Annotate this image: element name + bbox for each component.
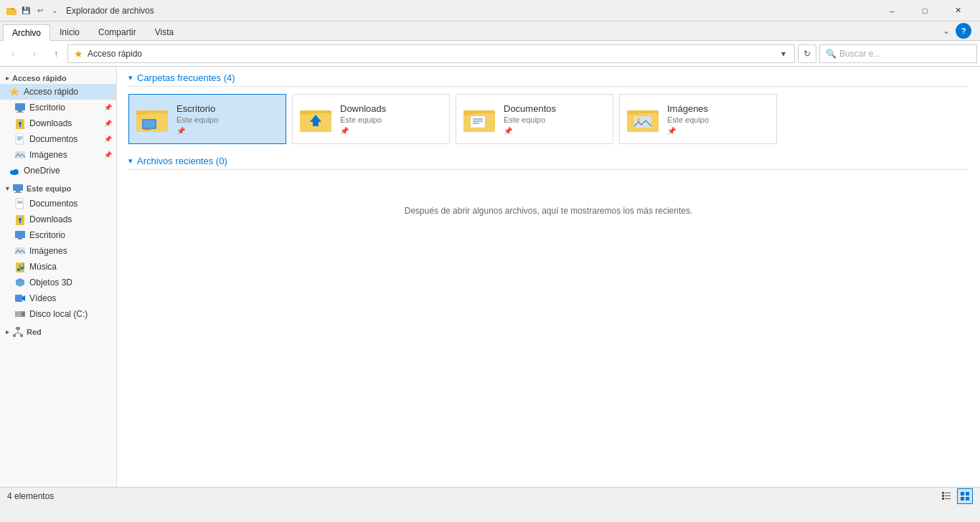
frecuent-collapse-icon[interactable]: ▾ (128, 73, 133, 82)
sidebar-quickaccess-text: Acceso rápido (24, 87, 78, 97)
cloud-icon (9, 165, 20, 176)
folder-downloads-icon (298, 102, 333, 136)
help-button[interactable]: ? (956, 23, 971, 39)
svg-rect-29 (15, 247, 25, 255)
svg-rect-41 (15, 311, 22, 317)
svg-marker-39 (22, 295, 25, 301)
svg-rect-1 (11, 9, 17, 15)
sidebar-item-documentos-pc[interactable]: Documentos (0, 196, 116, 212)
status-bar: 4 elementos (0, 487, 980, 504)
undo-icon[interactable]: ↩ (34, 5, 46, 16)
folder-grid: Escritorio Este equipo 📌 Downloads (128, 94, 969, 144)
folder-downloads-location: Este equipo (340, 115, 443, 124)
sidebar-thispc-label: Este equipo (27, 184, 71, 193)
svg-point-32 (17, 268, 20, 271)
customize-icon[interactable]: ⌄ (49, 5, 60, 16)
svg-line-47 (14, 333, 18, 334)
videos-icon (14, 293, 26, 304)
sidebar-item-escritorio[interactable]: Escritorio 📌 (0, 100, 116, 115)
svg-rect-4 (15, 103, 25, 110)
forward-button[interactable]: › (24, 44, 44, 64)
disk-icon (14, 308, 26, 320)
minimize-button[interactable]: – (875, 0, 908, 22)
svg-rect-77 (945, 498, 951, 499)
sidebar-disco-pc-label: Disco local (C:) (29, 309, 88, 319)
sidebar-onedrive-label: OneDrive (24, 166, 60, 176)
sidebar-item-onedrive[interactable]: OneDrive (0, 163, 116, 179)
save-icon[interactable]: 💾 (20, 5, 32, 16)
svg-rect-38 (15, 295, 22, 302)
view-large-button[interactable] (957, 488, 973, 504)
svg-rect-22 (16, 199, 23, 209)
svg-rect-20 (16, 191, 20, 192)
sidebar-item-imagenes-pc[interactable]: Imágenes (0, 243, 116, 259)
svg-rect-5 (18, 110, 22, 112)
recent-collapse-icon[interactable]: ▾ (128, 156, 133, 166)
sidebar-item-downloads-pc[interactable]: Downloads (0, 212, 116, 227)
svg-rect-81 (966, 497, 969, 500)
tab-compartir[interactable]: Compartir (89, 24, 146, 40)
svg-point-18 (14, 169, 19, 174)
music-icon (14, 261, 26, 272)
sidebar-thispc-header[interactable]: ▾ Este equipo (0, 179, 116, 196)
maximize-button[interactable]: □ (908, 0, 941, 22)
recent-empty-message: Después de abrir algunos archivos, aquí … (128, 177, 969, 245)
svg-rect-28 (18, 238, 22, 239)
documents-pc-icon (14, 198, 26, 209)
app-icon (6, 5, 17, 16)
sidebar-documentos-quick-label: Documentos (29, 134, 77, 144)
svg-rect-80 (961, 497, 964, 500)
folder-imagenes-location: Este equipo (667, 115, 771, 124)
recent-section-header: ▾ Archivos recientes (0) (128, 156, 969, 170)
svg-rect-75 (945, 495, 951, 496)
svg-rect-27 (15, 231, 25, 238)
address-bar[interactable]: ★ Acceso rápido ▾ (67, 44, 795, 63)
folder-card-documentos[interactable]: Documentos Este equipo 📌 (456, 94, 613, 144)
tab-archivo[interactable]: Archivo (3, 24, 50, 41)
folder-card-downloads[interactable]: Downloads Este equipo 📌 (292, 94, 450, 144)
thispc-arrow-icon: ▾ (6, 185, 9, 192)
address-dropdown-icon[interactable]: ▾ (778, 49, 788, 59)
status-bar-right (938, 488, 973, 504)
view-details-button[interactable] (938, 488, 954, 504)
search-bar[interactable]: 🔍 Buscar e... (819, 44, 977, 63)
sidebar-item-escritorio-pc[interactable]: Escritorio (0, 227, 116, 243)
back-button[interactable]: ‹ (3, 44, 23, 64)
pin-icon: 📌 (104, 104, 112, 111)
svg-rect-55 (143, 129, 151, 130)
sidebar-item-objetos3d-pc[interactable]: Objetos 3D (0, 275, 116, 290)
svg-point-33 (21, 267, 24, 270)
tab-vista[interactable]: Vista (146, 24, 183, 40)
images-pc-icon (14, 245, 26, 257)
svg-rect-76 (942, 498, 944, 500)
folder-documentos-icon (462, 102, 496, 136)
up-button[interactable]: ↑ (46, 44, 66, 64)
svg-rect-74 (942, 495, 944, 497)
sidebar-item-quickaccess[interactable]: Acceso rápido (0, 84, 116, 100)
tab-inicio[interactable]: Inicio (50, 24, 89, 40)
main-layout: ▸ Acceso rápido Acceso rápido Escritorio… (0, 67, 980, 487)
sidebar-item-downloads-quick[interactable]: Downloads 📌 (0, 115, 116, 131)
close-button[interactable]: ✕ (941, 0, 974, 22)
refresh-button[interactable]: ↻ (798, 44, 816, 63)
ribbon-expand-icon[interactable]: ⌄ (943, 26, 950, 36)
folder-documentos-location: Este equipo (504, 115, 607, 124)
sidebar: ▸ Acceso rápido Acceso rápido Escritorio… (0, 67, 117, 487)
sidebar-item-documentos-quick[interactable]: Documentos 📌 (0, 131, 116, 147)
sidebar-quickaccess-header[interactable]: ▸ Acceso rápido (0, 70, 116, 84)
folder-documentos-name: Documentos (504, 103, 607, 114)
sidebar-downloads-pc-label: Downloads (29, 214, 72, 224)
sidebar-network-header[interactable]: ▸ Red (0, 322, 116, 339)
images-icon (14, 149, 26, 161)
sidebar-item-videos-pc[interactable]: Vídeos (0, 290, 116, 306)
sidebar-objetos3d-pc-label: Objetos 3D (29, 277, 72, 288)
downloads-icon (14, 118, 26, 129)
svg-rect-62 (463, 110, 475, 115)
ribbon-tabs: Archivo Inicio Compartir Vista ⌄ ? (0, 22, 980, 40)
sidebar-item-disco-pc[interactable]: Disco local (C:) (0, 306, 116, 322)
folder-card-imagenes[interactable]: Imágenes Este equipo 📌 (619, 94, 777, 144)
sidebar-item-musica-pc[interactable]: Música (0, 259, 116, 275)
folder-card-escritorio[interactable]: Escritorio Este equipo 📌 (128, 94, 286, 144)
sidebar-item-imagenes-quick[interactable]: Imágenes 📌 (0, 147, 116, 163)
frequent-section-header: ▾ Carpetas frecuentes (4) (128, 72, 969, 87)
